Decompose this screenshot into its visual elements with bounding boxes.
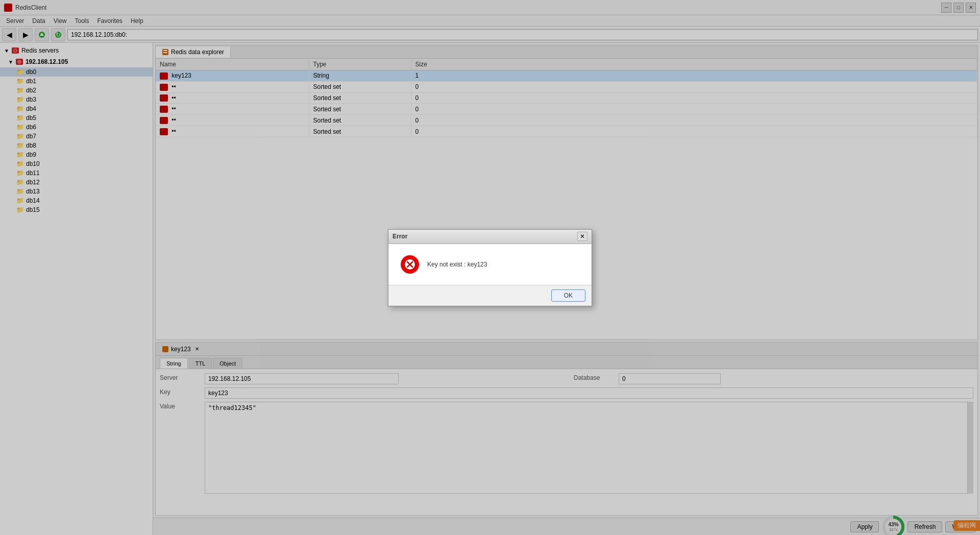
ok-button[interactable]: OK [551, 289, 585, 302]
dialog-close-button[interactable]: ✕ [577, 232, 587, 241]
error-overlay: Error ✕ Key not exist : key123 OK [0, 0, 980, 535]
error-dialog: Error ✕ Key not exist : key123 OK [388, 229, 592, 306]
error-svg-icon [404, 258, 416, 271]
dialog-footer: OK [388, 285, 592, 306]
dialog-body: Key not exist : key123 [388, 244, 592, 285]
error-message: Key not exist : key123 [427, 261, 487, 268]
dialog-title-bar: Error ✕ [388, 230, 592, 244]
dialog-title: Error [393, 233, 407, 240]
error-icon [401, 255, 419, 274]
